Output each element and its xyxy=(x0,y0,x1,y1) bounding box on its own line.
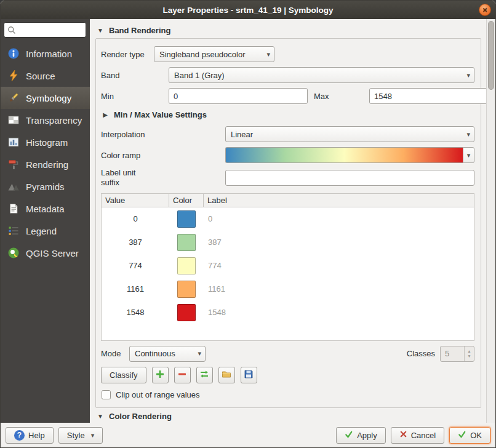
symbology-icon xyxy=(7,92,20,104)
close-button[interactable]: × xyxy=(479,4,491,16)
color-ramp-combo[interactable]: ▾ xyxy=(225,147,474,163)
sidebar-item-transparency[interactable]: Transparency xyxy=(1,109,90,131)
ok-label: OK xyxy=(470,431,482,440)
sidebar-item-source[interactable]: Source xyxy=(1,65,90,87)
apply-label: Apply xyxy=(357,431,377,440)
column-header-label: Label xyxy=(204,194,474,207)
style-button[interactable]: Style ▾ xyxy=(58,427,103,444)
color-swatch[interactable] xyxy=(177,210,196,228)
color-swatch[interactable] xyxy=(177,304,196,321)
collapse-right-icon: ▶ xyxy=(102,111,109,118)
sidebar-item-legend[interactable]: Legend xyxy=(1,220,90,242)
cell-color xyxy=(169,304,204,321)
render-type-combo[interactable]: Singleband pseudocolor ▾ xyxy=(154,46,274,62)
sidebar-item-label: Information xyxy=(26,49,72,59)
table-row[interactable]: 1161 1161 xyxy=(102,278,474,301)
cell-value[interactable]: 774 xyxy=(102,261,169,270)
cell-value[interactable]: 387 xyxy=(102,238,169,247)
sidebar-item-label: Transparency xyxy=(26,115,82,126)
interpolation-value: Linear xyxy=(231,130,463,139)
search-input[interactable] xyxy=(4,22,86,38)
cancel-x-icon xyxy=(399,430,407,440)
scrollbar-thumb[interactable] xyxy=(488,21,494,90)
window-title: Layer Properties - srtm_41_19 | Symbolog… xyxy=(163,6,334,15)
ok-button[interactable]: OK xyxy=(449,427,490,444)
dialog-footer: ? Help Style ▾ Apply Cancel OK xyxy=(1,423,495,447)
clip-range-checkbox[interactable] xyxy=(102,390,111,399)
cell-label[interactable]: 0 xyxy=(204,214,474,223)
sidebar-item-symbology[interactable]: Symbology xyxy=(1,87,90,109)
column-header-color: Color xyxy=(169,194,204,207)
interpolation-combo[interactable]: Linear ▾ xyxy=(225,126,474,142)
minmax-settings-title: Min / Max Value Settings xyxy=(114,110,207,119)
cell-color xyxy=(169,257,204,274)
cell-value[interactable]: 1548 xyxy=(102,308,169,317)
table-row[interactable]: 774 774 xyxy=(102,254,474,278)
classify-button[interactable]: Classify xyxy=(101,367,146,383)
double-arrow-icon xyxy=(199,369,209,381)
symbology-panel: ▼ Band Rendering Render type Singleband … xyxy=(90,19,495,423)
chevron-down-icon: ▾ xyxy=(466,130,470,138)
color-ramp-label: Color ramp xyxy=(101,151,225,160)
cell-label[interactable]: 1548 xyxy=(204,308,474,317)
mode-combo[interactable]: Continuous ▾ xyxy=(129,346,206,362)
sidebar-item-information[interactable]: Information xyxy=(1,42,90,65)
label-unit-suffix-input[interactable] xyxy=(225,170,474,186)
help-icon: ? xyxy=(14,430,25,441)
spinner-arrows[interactable]: ▲ ▼ xyxy=(464,346,474,361)
band-rendering-group: Render type Singleband pseudocolor ▾ Ban… xyxy=(95,38,481,408)
rendering-icon xyxy=(7,158,20,170)
table-row[interactable]: 387 387 xyxy=(102,231,474,254)
band-label: Band xyxy=(101,71,169,80)
sidebar-item-qgis-server[interactable]: QGIS Server xyxy=(1,242,90,264)
cell-color xyxy=(169,210,204,228)
help-button[interactable]: ? Help xyxy=(6,427,54,444)
color-swatch[interactable] xyxy=(177,234,196,251)
cell-label[interactable]: 387 xyxy=(204,238,474,247)
color-ramp-dropdown-button[interactable]: ▾ xyxy=(463,147,474,163)
classes-spinner[interactable]: 5 ▲ ▼ xyxy=(440,346,474,362)
sidebar-item-pyramids[interactable]: Pyramids xyxy=(1,175,90,198)
color-swatch[interactable] xyxy=(177,257,196,274)
load-color-map-button[interactable] xyxy=(196,367,213,383)
cancel-button[interactable]: Cancel xyxy=(391,427,444,444)
mode-value: Continuous xyxy=(135,349,194,358)
table-row[interactable]: 1548 1548 xyxy=(102,301,474,324)
remove-entry-button[interactable] xyxy=(174,367,191,383)
cell-label[interactable]: 774 xyxy=(204,261,474,270)
apply-button[interactable]: Apply xyxy=(336,427,386,444)
table-header-row: Value Color Label xyxy=(102,194,474,207)
save-file-button[interactable] xyxy=(241,367,257,383)
pyramids-icon xyxy=(7,180,20,193)
sidebar-item-label: Symbology xyxy=(26,93,71,103)
add-entry-button[interactable] xyxy=(152,367,169,383)
max-label: Max xyxy=(308,92,369,101)
sidebar-item-label: Rendering xyxy=(26,159,68,170)
minmax-settings-header[interactable]: ▶ Min / Max Value Settings xyxy=(102,109,474,120)
open-file-button[interactable] xyxy=(218,367,235,383)
vertical-scrollbar[interactable] xyxy=(486,19,495,423)
band-combo[interactable]: Band 1 (Gray) ▾ xyxy=(169,67,474,83)
cell-label[interactable]: 1161 xyxy=(204,284,474,294)
sidebar-item-label: Pyramids xyxy=(26,182,65,192)
chevron-down-icon: ▾ xyxy=(467,151,471,159)
table-row[interactable]: 0 0 xyxy=(102,207,474,231)
clip-range-row[interactable]: Clip out of range values xyxy=(102,390,474,400)
color-rendering-header[interactable]: ▼ Color Rendering xyxy=(95,409,481,423)
color-map-table: Value Color Label 0 0 387 xyxy=(101,193,474,341)
color-ramp-preview[interactable] xyxy=(225,147,463,163)
cell-value[interactable]: 1161 xyxy=(102,284,169,294)
titlebar[interactable]: Layer Properties - srtm_41_19 | Symbolog… xyxy=(1,1,495,19)
style-label: Style xyxy=(67,431,85,440)
sidebar-item-histogram[interactable]: Histogram xyxy=(1,131,90,153)
color-swatch[interactable] xyxy=(177,281,196,298)
clip-range-label: Clip out of range values xyxy=(116,390,200,399)
sidebar-item-metadata[interactable]: Metadata xyxy=(1,198,90,220)
cell-value[interactable]: 0 xyxy=(102,214,169,223)
band-rendering-header[interactable]: ▼ Band Rendering xyxy=(95,23,481,38)
sidebar-item-rendering[interactable]: Rendering xyxy=(1,153,90,175)
information-icon xyxy=(7,47,20,60)
sidebar: Information Source Symbology Transparenc… xyxy=(1,19,90,423)
min-input[interactable] xyxy=(169,88,308,104)
max-input[interactable] xyxy=(369,88,486,104)
